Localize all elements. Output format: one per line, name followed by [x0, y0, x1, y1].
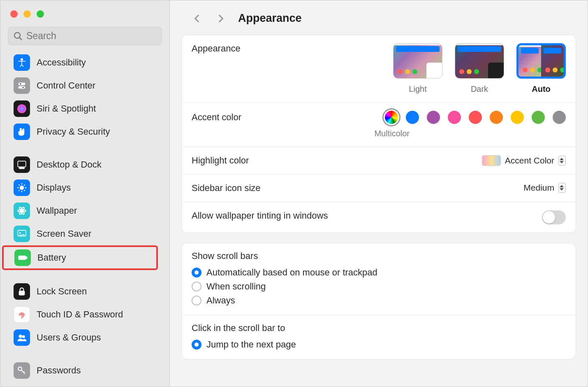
accent-swatch-pink[interactable] — [448, 111, 461, 124]
search-icon — [13, 31, 23, 41]
window-close-button[interactable] — [10, 10, 18, 18]
sidebar-item-battery[interactable]: Battery — [2, 245, 158, 270]
accent-swatch-purple[interactable] — [427, 111, 440, 124]
appearance-label: Appearance — [192, 43, 241, 54]
sidebar-item-label: Siri & Spotlight — [37, 103, 96, 114]
accent-swatch-blue[interactable] — [406, 111, 419, 124]
sidebar-icon-size-value: Medium — [523, 183, 554, 193]
svg-marker-34 — [560, 188, 564, 191]
svg-point-7 — [17, 104, 26, 113]
svg-rect-27 — [19, 291, 25, 295]
sidebar-item-desktop-dock[interactable]: Desktop & Dock — [0, 153, 169, 176]
accessibility-icon — [14, 54, 30, 71]
accent-color-label: Accent color — [192, 112, 241, 123]
sidebar-item-label: Screen Saver — [37, 228, 91, 239]
radio-button[interactable] — [192, 268, 201, 277]
svg-line-1 — [19, 37, 22, 40]
wallpaper-tinting-toggle[interactable] — [542, 210, 566, 224]
svg-rect-8 — [18, 161, 26, 167]
accent-sublabel: Multicolor — [192, 129, 566, 138]
appearance-option-label: Auto — [516, 84, 566, 94]
scrollbars-title: Show scroll bars — [182, 243, 576, 266]
sidebar-item-control-center[interactable]: Control Center — [0, 74, 169, 97]
sidebar-item-accessibility[interactable]: Accessibility — [0, 51, 169, 74]
radio-button[interactable] — [192, 340, 201, 350]
scrollbars-card: Show scroll bars Automatically based on … — [181, 243, 576, 359]
window-minimize-button[interactable] — [23, 10, 31, 18]
sidebar-item-passwords[interactable]: Passwords — [0, 359, 169, 382]
search-input[interactable] — [26, 30, 157, 42]
svg-marker-33 — [560, 185, 564, 187]
appearance-card: Appearance LightDarkAuto Accent color Mu… — [181, 35, 576, 233]
sidebar-item-label: Accessibility — [37, 57, 86, 68]
siri-icon — [14, 100, 30, 117]
chevron-up-down-icon — [558, 156, 566, 166]
svg-point-29 — [23, 336, 25, 338]
radio-button[interactable] — [192, 296, 201, 305]
sidebar-item-lock-screen[interactable]: Lock Screen — [0, 280, 169, 303]
sidebar-item-label: Control Center — [37, 80, 95, 91]
scrollbars-list-option-scrolling[interactable]: When scrolling — [192, 280, 566, 294]
svg-point-5 — [19, 83, 21, 85]
sliders-icon — [14, 77, 30, 94]
sidebar-item-label: Users & Groups — [37, 332, 101, 343]
svg-point-24 — [20, 233, 21, 233]
sidebar-item-wallpaper[interactable]: Wallpaper — [0, 199, 169, 222]
lock-icon — [14, 283, 30, 300]
radio-label: Always — [206, 295, 235, 306]
svg-line-16 — [24, 190, 25, 191]
highlight-color-select[interactable]: Accent Color — [482, 155, 566, 166]
scrollbars-list-option-auto[interactable]: Automatically based on mouse or trackpad — [192, 266, 566, 280]
click-scrollbar-list-option-next-page[interactable]: Jump to the next page — [192, 338, 566, 352]
accent-swatch-orange[interactable] — [490, 111, 503, 124]
appearance-option-label: Light — [393, 84, 442, 94]
sidebar-item-label: Displays — [37, 182, 71, 193]
sidebar-item-touch-id[interactable]: Touch ID & Password — [0, 303, 169, 326]
svg-line-15 — [19, 184, 19, 185]
radio-button[interactable] — [192, 282, 201, 291]
sidebar-item-label: Passwords — [37, 365, 81, 376]
sidebar-icon-size-select[interactable]: Medium — [523, 183, 566, 193]
forward-button[interactable] — [215, 13, 226, 24]
appearance-option-auto[interactable]: Auto — [516, 43, 566, 94]
svg-rect-9 — [19, 168, 25, 169]
accent-swatch-red[interactable] — [469, 111, 482, 124]
radio-label: Automatically based on mouse or trackpad — [206, 267, 377, 278]
appearance-thumb-dark — [455, 43, 504, 79]
svg-line-17 — [19, 190, 19, 191]
window-zoom-button[interactable] — [37, 10, 44, 18]
screensaver-icon — [14, 226, 30, 242]
back-button[interactable] — [192, 13, 203, 24]
sidebar-item-label: Wallpaper — [37, 205, 77, 216]
svg-rect-26 — [26, 257, 27, 259]
wallpaper-tinting-label: Allow wallpaper tinting in windows — [192, 210, 328, 221]
page-title: Appearance — [238, 12, 302, 25]
accent-swatch-gray[interactable] — [553, 111, 566, 124]
sidebar-item-displays[interactable]: Displays — [0, 176, 169, 199]
appearance-thumb-light — [393, 43, 442, 79]
svg-point-0 — [14, 33, 20, 38]
svg-marker-32 — [560, 161, 564, 163]
accent-swatch-multicolor[interactable] — [385, 111, 398, 124]
svg-marker-31 — [560, 158, 564, 160]
dock-icon — [14, 156, 30, 173]
scrollbars-list-option-always[interactable]: Always — [192, 294, 566, 308]
chevron-up-down-icon — [558, 183, 566, 193]
svg-point-30 — [18, 367, 22, 371]
appearance-thumb-auto — [516, 43, 566, 79]
appearance-option-light[interactable]: Light — [393, 43, 442, 94]
appearance-option-label: Dark — [455, 84, 504, 94]
sidebar-item-siri-spotlight[interactable]: Siri & Spotlight — [0, 97, 169, 120]
key-icon — [14, 362, 30, 379]
svg-point-28 — [19, 335, 22, 338]
search-field[interactable] — [8, 27, 162, 45]
sidebar-item-privacy-security[interactable]: Privacy & Security — [0, 120, 169, 143]
users-icon — [14, 329, 30, 346]
accent-swatch-yellow[interactable] — [511, 111, 524, 124]
svg-point-2 — [21, 58, 23, 60]
accent-swatch-green[interactable] — [532, 111, 545, 124]
appearance-option-dark[interactable]: Dark — [455, 43, 504, 94]
sun-icon — [14, 180, 30, 196]
sidebar-item-users-groups[interactable]: Users & Groups — [0, 326, 169, 349]
sidebar-item-screen-saver[interactable]: Screen Saver — [0, 222, 169, 245]
